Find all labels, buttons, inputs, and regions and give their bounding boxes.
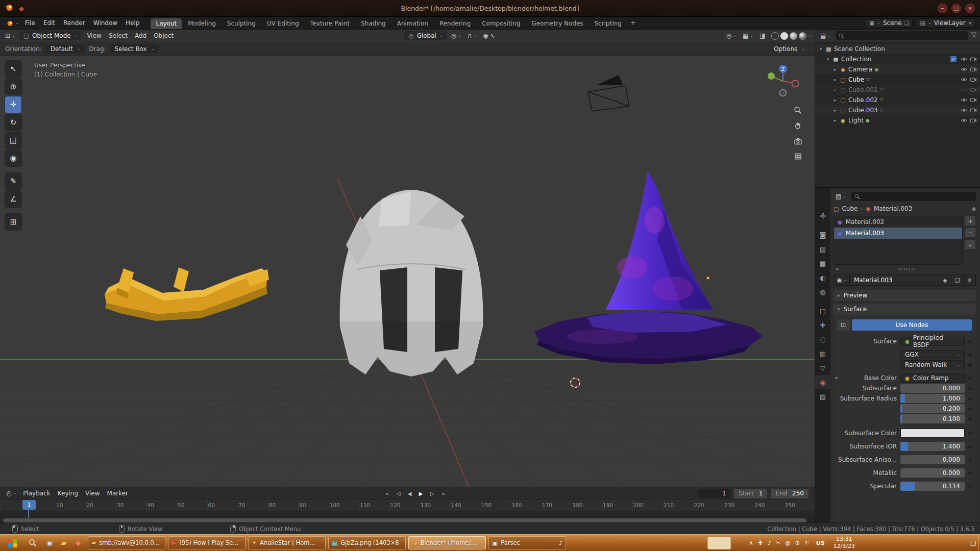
- pinned-app-icon[interactable]: ▰: [57, 535, 71, 551]
- pivot-point-button[interactable]: ◎ ⌄: [449, 31, 463, 40]
- render-visibility-icon[interactable]: [969, 97, 977, 103]
- editor-type-button[interactable]: ⊞ ⌄: [3, 31, 17, 40]
- expand-icon[interactable]: ▸: [832, 118, 838, 123]
- properties-tab[interactable]: ✙: [815, 209, 830, 223]
- property-slider-row[interactable]: 0.200: [837, 404, 972, 413]
- tool-button[interactable]: ↖: [5, 61, 21, 77]
- property-slider-row[interactable]: 0.100: [837, 414, 972, 423]
- tray-icon[interactable]: ✂: [776, 539, 781, 546]
- start-button[interactable]: [2, 535, 23, 551]
- end-frame-field[interactable]: End 250: [771, 489, 808, 498]
- properties-editor-type-button[interactable]: ▤ ⌄: [834, 192, 848, 201]
- expand-icon[interactable]: ▸: [832, 97, 838, 103]
- outliner-filter-icon[interactable]: [971, 32, 977, 39]
- playback-button[interactable]: ▶: [415, 488, 426, 498]
- properties-tab[interactable]: ▽: [815, 361, 830, 375]
- taskbar-window-button[interactable]: ▶ (95) How I Play Se...: [168, 536, 246, 549]
- topbar-menu[interactable]: Window: [89, 18, 121, 28]
- timeline-editor-type-button[interactable]: ◴ ⌄: [4, 489, 18, 498]
- render-visibility-icon[interactable]: [969, 87, 977, 92]
- properties-tab[interactable]: ▥: [815, 346, 830, 361]
- outliner-row[interactable]: ▸ ◉ Light ●: [815, 115, 980, 126]
- object-name[interactable]: Cube.002: [848, 96, 878, 104]
- outliner-row[interactable]: ▾ ▦ Scene Collection: [815, 44, 980, 54]
- object-name[interactable]: Collection: [841, 56, 871, 63]
- render-visibility-icon[interactable]: [969, 118, 977, 123]
- taskbar-search-icon[interactable]: [26, 535, 40, 551]
- window-control-button[interactable]: ✕: [965, 4, 975, 13]
- playback-button[interactable]: ▷: [427, 488, 437, 498]
- scene-selector[interactable]: ▣ ⌄ Scene ❏: [866, 18, 913, 28]
- expand-icon[interactable]: ▸: [832, 67, 838, 72]
- outliner-row[interactable]: ▾ ▦ Collection ✓: [815, 54, 980, 64]
- eye-icon[interactable]: [960, 67, 968, 72]
- properties-tab[interactable]: ◉: [815, 375, 830, 389]
- breadcrumb-object[interactable]: Cube: [842, 205, 857, 212]
- viewport-menu[interactable]: View: [83, 31, 105, 40]
- resize-grip[interactable]: [899, 268, 916, 270]
- pin-icon[interactable]: ●: [972, 206, 976, 211]
- timeline-menu[interactable]: Marker: [104, 489, 132, 498]
- outliner-search-input[interactable]: [836, 31, 968, 40]
- object-name[interactable]: Cube.003: [848, 107, 878, 114]
- add-workspace-button[interactable]: +: [627, 18, 639, 29]
- use-nodes-button[interactable]: Use Nodes: [852, 319, 972, 331]
- collection-checkbox[interactable]: ✓: [950, 56, 957, 62]
- properties-tab[interactable]: ▢: [815, 304, 830, 318]
- fake-user-button[interactable]: ◈: [939, 274, 951, 286]
- workspace-tab[interactable]: Layout: [151, 18, 182, 29]
- workspace-tab[interactable]: Scripting: [590, 18, 627, 29]
- tool-button[interactable]: ∠: [5, 191, 21, 207]
- slot-expand-icon[interactable]: ▸: [835, 266, 840, 271]
- workspace-tab[interactable]: Rendering: [434, 18, 476, 29]
- expand-icon[interactable]: ▾: [818, 46, 823, 52]
- playback-button[interactable]: ◀: [404, 488, 415, 498]
- language-indicator[interactable]: US: [816, 540, 825, 546]
- proportional-edit-button[interactable]: ◉ ∿: [481, 31, 497, 40]
- surface-section-header[interactable]: ▾ Surface: [834, 304, 976, 315]
- taskbar-clock[interactable]: 13:31 12/3/23: [834, 536, 855, 550]
- viewport-menu[interactable]: Select: [105, 31, 131, 40]
- tool-button[interactable]: ✎: [5, 173, 21, 189]
- pan-hand-icon[interactable]: [792, 120, 803, 131]
- render-visibility-icon[interactable]: [969, 57, 977, 62]
- properties-search-input[interactable]: [851, 192, 976, 201]
- workspace-tab[interactable]: Modeling: [183, 18, 221, 29]
- timeline-menu[interactable]: Keying: [54, 489, 82, 498]
- object-name[interactable]: Cube.001: [848, 86, 878, 93]
- outliner-row[interactable]: ▸ ▢ Cube.001 ▽: [815, 85, 980, 95]
- workspace-tab[interactable]: Animation: [392, 18, 433, 29]
- shading-wireframe-button[interactable]: [771, 32, 779, 40]
- tray-icon[interactable]: ≋: [804, 539, 810, 546]
- expand-icon[interactable]: ▸: [832, 77, 838, 82]
- playback-button[interactable]: »: [438, 488, 449, 498]
- property-slider-row[interactable]: Metallic 0.000: [837, 468, 972, 478]
- tray-highlight-button[interactable]: [707, 537, 731, 549]
- eye-icon[interactable]: [960, 77, 968, 82]
- show-overlays-button[interactable]: ▦ ⌄: [741, 31, 755, 40]
- slot-specials-button[interactable]: ⌄: [965, 239, 976, 249]
- material-browse-button[interactable]: ◉ ⌄: [834, 274, 850, 286]
- options-dropdown[interactable]: Options ⌄: [769, 44, 810, 54]
- current-frame-field[interactable]: 1: [698, 489, 730, 498]
- outliner-editor-type-button[interactable]: ▤ ⌄: [818, 31, 833, 40]
- topbar-menu[interactable]: Help: [121, 18, 143, 28]
- outliner-row[interactable]: ▸ ▢ Cube.003 ▽: [815, 105, 980, 115]
- new-scene-button[interactable]: ❏: [904, 20, 909, 26]
- properties-tab[interactable]: ▦: [815, 256, 830, 270]
- expand-icon[interactable]: ▾: [825, 57, 830, 62]
- render-visibility-icon[interactable]: [969, 77, 977, 82]
- properties-tab[interactable]: ◌: [815, 332, 830, 346]
- surface-shader-dropdown[interactable]: ● Principled BSDF: [900, 337, 965, 346]
- workspace-tab[interactable]: Texture Paint: [305, 18, 355, 29]
- workspace-tab[interactable]: Compositing: [477, 18, 525, 29]
- properties-tab[interactable]: ◙: [815, 228, 830, 242]
- timeline-ruler[interactable]: 1020304050607080901001101201301401501601…: [0, 499, 815, 511]
- object-name[interactable]: Cube: [848, 76, 864, 83]
- workspace-tab[interactable]: Sculpting: [222, 18, 261, 29]
- tray-icon[interactable]: ⊕: [795, 539, 800, 546]
- notification-center-icon[interactable]: ❏: [970, 535, 976, 551]
- property-slider-row[interactable]: Subsurface IOR 1.400: [837, 442, 972, 451]
- eye-icon[interactable]: [960, 97, 968, 103]
- workspace-tab[interactable]: Shading: [356, 18, 391, 29]
